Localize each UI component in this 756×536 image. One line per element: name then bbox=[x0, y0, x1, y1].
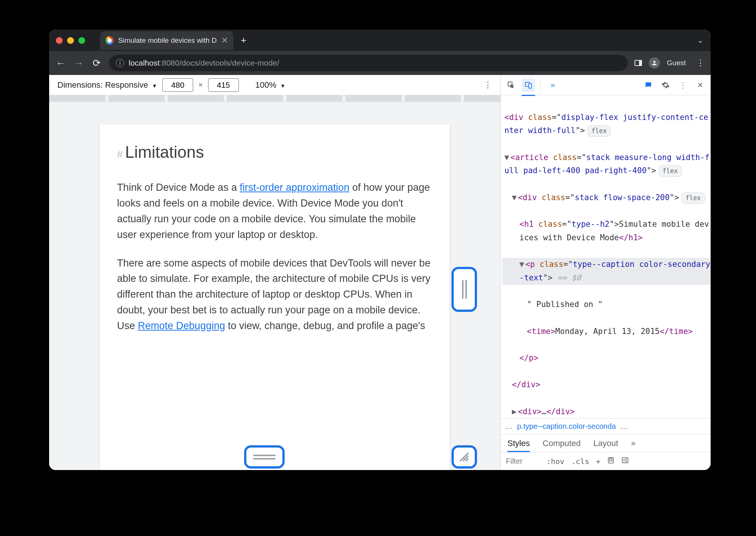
close-devtools-icon[interactable]: ✕ bbox=[693, 78, 707, 92]
devtools-menu-icon[interactable]: ⋮ bbox=[676, 78, 690, 92]
content-area: Dimensions: Responsive ▼ × 100% ▼ ⋮ #Lim… bbox=[49, 75, 711, 470]
simulated-viewport: #Limitations Think of Device Mode as a f… bbox=[49, 102, 500, 470]
browser-window: Simulate mobile devices with D ✕ + ⌄ ← →… bbox=[49, 30, 711, 470]
tab-layout[interactable]: Layout bbox=[593, 439, 618, 448]
hov-toggle[interactable]: :hov bbox=[546, 457, 564, 466]
browser-tab[interactable]: Simulate mobile devices with D ✕ bbox=[100, 31, 233, 50]
address-bar: ← → ⟳ i localhost:8080/docs/devtools/dev… bbox=[49, 51, 711, 75]
paragraph: There are some aspects of mobile devices… bbox=[117, 256, 432, 334]
close-tab-icon[interactable]: ✕ bbox=[221, 36, 228, 45]
browser-menu-icon[interactable]: ⋮ bbox=[696, 58, 705, 68]
devtools-panel: » ⋮ ✕ <div class="display-flex justify-c… bbox=[501, 75, 711, 470]
reload-button[interactable]: ⟳ bbox=[91, 57, 102, 69]
tab-styles[interactable]: Styles bbox=[507, 439, 530, 448]
url-text: localhost:8080/docs/devtools/device-mode… bbox=[129, 58, 279, 67]
profile-avatar-icon[interactable] bbox=[649, 57, 660, 69]
cls-toggle[interactable]: .cls bbox=[571, 457, 589, 466]
elements-tree[interactable]: <div class="display-flex justify-content… bbox=[501, 95, 711, 418]
styles-filter-input[interactable] bbox=[506, 457, 540, 466]
more-tabs-icon[interactable]: » bbox=[546, 78, 560, 92]
device-toolbar: Dimensions: Responsive ▼ × 100% ▼ ⋮ bbox=[49, 75, 500, 95]
breadcrumbs[interactable]: … p.type--caption.color-seconda … bbox=[501, 418, 711, 434]
window-controls bbox=[56, 37, 85, 44]
devtools-toolbar: » ⋮ ✕ bbox=[501, 75, 711, 95]
back-button[interactable]: ← bbox=[55, 57, 66, 69]
omnibox[interactable]: i localhost:8080/docs/devtools/device-mo… bbox=[109, 55, 628, 71]
new-tab-button[interactable]: + bbox=[241, 34, 246, 46]
page-heading: #Limitations bbox=[117, 139, 432, 165]
minimize-window-button[interactable] bbox=[67, 37, 74, 44]
styles-toolbar: :hov .cls + bbox=[501, 452, 711, 470]
page-content: #Limitations Think of Device Mode as a f… bbox=[100, 124, 450, 470]
tab-title: Simulate mobile devices with D bbox=[118, 36, 217, 45]
site-info-icon[interactable]: i bbox=[116, 59, 124, 67]
device-toolbar-menu-icon[interactable]: ⋮ bbox=[484, 80, 492, 90]
forward-button[interactable]: → bbox=[73, 57, 84, 69]
separator bbox=[540, 80, 541, 90]
styles-tabs: Styles Computed Layout » bbox=[501, 434, 711, 452]
profile-label[interactable]: Guest bbox=[667, 59, 686, 67]
inspect-icon[interactable] bbox=[504, 78, 518, 92]
resize-handle-corner[interactable] bbox=[452, 445, 477, 469]
zoom-dropdown[interactable]: 100% ▼ bbox=[255, 80, 285, 90]
feedback-icon[interactable] bbox=[642, 78, 655, 92]
crumb-more-right[interactable]: … bbox=[620, 422, 628, 431]
remote-debugging-link[interactable]: Remote Debugging bbox=[138, 320, 225, 331]
svg-rect-4 bbox=[610, 458, 612, 461]
resize-handle-bottom[interactable] bbox=[244, 445, 285, 469]
crumb-more-left[interactable]: … bbox=[505, 422, 513, 431]
device-mode-pane: Dimensions: Responsive ▼ × 100% ▼ ⋮ #Lim… bbox=[49, 75, 501, 470]
new-rule-icon[interactable]: + bbox=[596, 457, 600, 466]
side-panel-icon[interactable] bbox=[634, 60, 642, 66]
titlebar: Simulate mobile devices with D ✕ + ⌄ bbox=[49, 30, 711, 51]
first-order-link[interactable]: first-order approximation bbox=[240, 182, 350, 193]
resize-handle-right[interactable] bbox=[452, 267, 477, 312]
tab-computed[interactable]: Computed bbox=[543, 439, 581, 448]
close-window-button[interactable] bbox=[56, 37, 63, 44]
toggle-sidebar-icon[interactable] bbox=[621, 457, 629, 466]
height-input[interactable] bbox=[208, 78, 239, 92]
multiply-label: × bbox=[198, 81, 203, 89]
svg-rect-2 bbox=[529, 84, 531, 88]
chrome-favicon-icon bbox=[105, 36, 114, 45]
paragraph: Think of Device Mode as a first-order ap… bbox=[117, 180, 432, 243]
dimensions-dropdown[interactable]: Dimensions: Responsive ▼ bbox=[57, 80, 157, 90]
crumb-selected[interactable]: p.type--caption.color-seconda bbox=[517, 422, 616, 431]
tabs-menu-icon[interactable]: ⌄ bbox=[698, 36, 703, 45]
device-toggle-icon[interactable] bbox=[522, 78, 535, 92]
settings-icon[interactable] bbox=[659, 78, 672, 92]
ruler[interactable] bbox=[49, 95, 500, 102]
device-styles-icon[interactable] bbox=[607, 457, 615, 466]
more-tabs-icon[interactable]: » bbox=[631, 439, 636, 448]
width-input[interactable] bbox=[162, 78, 193, 92]
maximize-window-button[interactable] bbox=[78, 37, 85, 44]
